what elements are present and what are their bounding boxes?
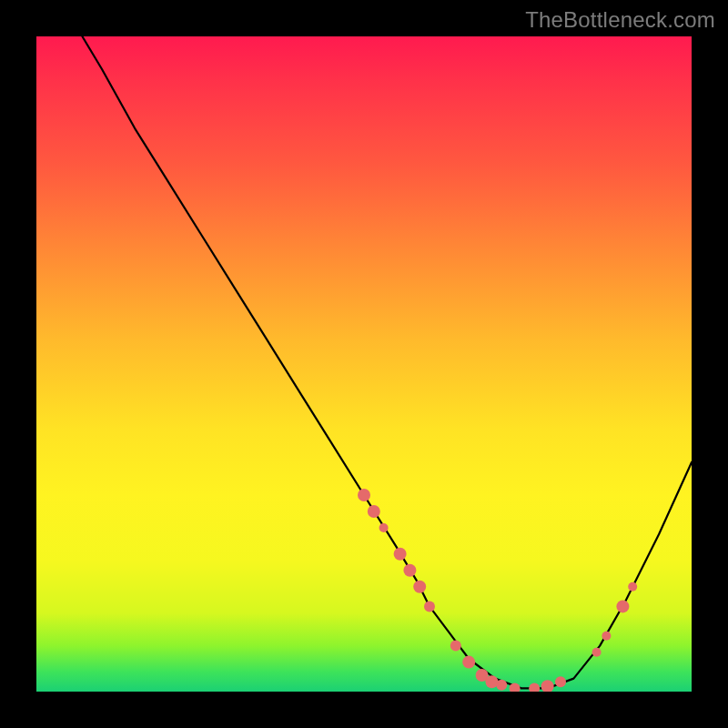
curve-layer bbox=[36, 36, 692, 692]
curve-marker bbox=[555, 676, 566, 687]
curve-marker bbox=[424, 601, 435, 612]
attribution-label: TheBottleneck.com bbox=[525, 7, 715, 33]
curve-marker bbox=[628, 582, 637, 592]
curve-marker bbox=[413, 581, 426, 593]
chart-stage: TheBottleneck.com bbox=[0, 0, 728, 728]
curve-marker bbox=[379, 523, 389, 532]
curve-markers bbox=[358, 489, 637, 692]
curve-marker bbox=[462, 656, 475, 669]
plot-area bbox=[36, 36, 692, 692]
curve-marker bbox=[529, 682, 540, 692]
curve-marker bbox=[616, 600, 629, 612]
curve-marker bbox=[450, 641, 461, 652]
curve-marker bbox=[358, 489, 370, 501]
curve-marker bbox=[592, 648, 602, 657]
curve-marker bbox=[485, 675, 498, 688]
curve-marker bbox=[394, 548, 407, 561]
curve-marker bbox=[403, 564, 416, 577]
bottleneck-curve bbox=[82, 36, 692, 688]
curve-marker bbox=[602, 632, 611, 641]
curve-marker bbox=[541, 680, 554, 692]
curve-marker bbox=[368, 505, 380, 518]
curve-marker bbox=[496, 680, 507, 691]
